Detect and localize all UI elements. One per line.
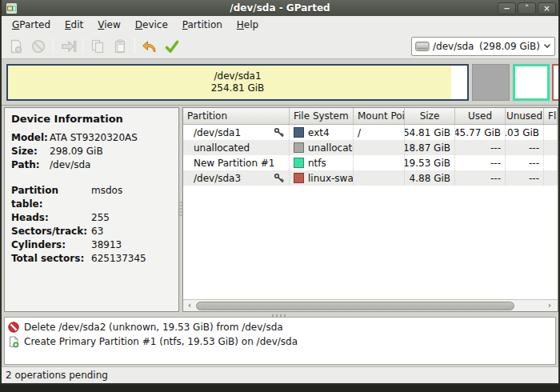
copy-button[interactable]	[86, 36, 109, 57]
unused-value: ---	[506, 155, 544, 170]
gparted-window: /dev/sda - GParted − ˄ × GParted Edit Vi…	[0, 0, 560, 385]
disk-segment-unallocated[interactable]	[472, 64, 510, 101]
fs-color-swatch	[294, 142, 304, 153]
info-value: /dev/sda	[50, 158, 90, 172]
scrollbar-thumb[interactable]	[196, 302, 514, 310]
new-partition-button[interactable]	[5, 36, 27, 57]
segment-size: 254.81 GiB	[211, 82, 265, 94]
scroll-right-arrow[interactable]: ›	[543, 300, 556, 311]
chevron-down-icon	[543, 43, 551, 49]
horizontal-scrollbar[interactable]: ‹ ›	[183, 299, 558, 311]
toolbar-separator	[53, 38, 54, 54]
size-value: 254.81 GiB	[405, 125, 455, 140]
operation-text: Create Primary Partition #1 (ntfs, 19.53…	[24, 336, 298, 347]
fs-color-swatch	[294, 127, 304, 138]
toolbar: /dev/sda (298.09 GiB)	[2, 34, 558, 59]
menu-edit[interactable]: Edit	[58, 17, 90, 33]
info-value: 625137345	[91, 252, 146, 266]
flags-value	[544, 140, 558, 155]
info-label: Model:	[11, 131, 50, 145]
unused-value: ---	[506, 140, 544, 155]
info-value: 63	[91, 225, 103, 238]
unused-value: ---	[506, 170, 544, 186]
device-info-panel: Device Information Model:ATA ST9320320AS…	[4, 107, 179, 312]
undo-button[interactable]	[138, 36, 161, 57]
key-icon	[274, 127, 285, 138]
title-bar: /dev/sda - GParted − ˄ ×	[2, 0, 558, 16]
table-row-sda1[interactable]: /dev/sda1 ext4 / 254.81 GiB 245.77 GiB 9…	[183, 125, 558, 140]
operation-item-create[interactable]: Create Primary Partition #1 (ntfs, 19.53…	[8, 334, 552, 349]
fs-label: unallocated	[308, 142, 354, 154]
key-icon	[274, 173, 285, 184]
disk-segment-new-partition[interactable]	[513, 64, 550, 101]
column-header-flags[interactable]: Flags	[544, 108, 558, 124]
info-label: Sectors/track:	[11, 225, 91, 238]
scroll-left-arrow[interactable]: ‹	[183, 300, 196, 311]
disk-segment-sda1[interactable]: /dev/sda1 254.81 GiB	[6, 64, 469, 101]
operation-text: Delete /dev/sda2 (unknown, 19.53 GiB) fr…	[24, 322, 283, 333]
paste-button[interactable]	[109, 36, 131, 57]
fs-label: linux-swap	[308, 173, 354, 184]
partition-name: unallocated	[187, 142, 285, 154]
menu-gparted[interactable]: GParted	[5, 17, 58, 33]
menu-view[interactable]: View	[90, 17, 127, 33]
minimize-button[interactable]: −	[498, 2, 516, 14]
delete-partition-icon	[30, 38, 46, 54]
info-value: ATA ST9320320AS	[50, 131, 138, 145]
column-header-mount-point[interactable]: Mount Point	[354, 108, 405, 124]
mount-point: /	[354, 125, 405, 140]
undo-icon	[141, 38, 158, 54]
window-title: /dev/sda - GParted	[2, 2, 558, 14]
new-partition-icon	[8, 38, 24, 54]
flags-value	[544, 170, 558, 186]
unused-value: 9.03 GiB	[506, 125, 544, 140]
table-row-new-partition[interactable]: New Partition #1 ntfs 19.53 GiB --- ---	[183, 155, 558, 170]
size-value: 18.87 GiB	[405, 140, 455, 155]
status-bar: 2 operations pending	[2, 366, 558, 383]
column-header-size[interactable]: Size	[405, 108, 455, 124]
size-value: 4.88 GiB	[405, 170, 455, 186]
info-label: Path:	[11, 158, 50, 172]
apply-button[interactable]	[161, 36, 183, 57]
column-header-used[interactable]: Used	[455, 108, 506, 124]
info-label: Cylinders:	[11, 238, 91, 252]
main-area: Device Information Model:ATA ST9320320AS…	[2, 106, 558, 314]
table-row-unallocated[interactable]: unallocated unallocated 18.87 GiB --- --…	[183, 140, 558, 155]
partition-name: /dev/sda3	[187, 173, 272, 184]
mount-point	[354, 155, 405, 170]
maximize-button[interactable]: ˄	[518, 2, 536, 14]
info-label: Partition table:	[11, 184, 91, 211]
partition-name: New Partition #1	[187, 158, 285, 169]
menu-bar: GParted Edit View Device Partition Help	[2, 16, 558, 34]
copy-icon	[90, 38, 106, 54]
column-header-file-system[interactable]: File System	[290, 108, 354, 124]
menu-partition[interactable]: Partition	[175, 17, 230, 33]
used-value: ---	[455, 170, 506, 186]
info-value: 298.09 GiB	[50, 145, 103, 158]
flags-value	[544, 155, 558, 170]
splitter-grip	[179, 202, 182, 218]
device-selector-capacity: (298.09 GiB)	[479, 41, 540, 52]
disk-segment-sda3[interactable]	[552, 64, 558, 101]
device-info-title: Device Information	[11, 113, 172, 125]
info-value: 38913	[91, 238, 122, 252]
segment-name: /dev/sda1	[214, 70, 261, 82]
menu-device[interactable]: Device	[128, 17, 175, 33]
partition-table-header: Partition File System Mount Point Size U…	[183, 108, 558, 125]
fs-color-swatch	[294, 158, 304, 168]
splitter-grip	[272, 314, 288, 317]
info-value: msdos	[91, 184, 122, 211]
device-selector[interactable]: /dev/sda (298.09 GiB)	[411, 37, 555, 56]
panel-splitter[interactable]	[179, 107, 182, 312]
column-header-unused[interactable]: Unused	[506, 108, 544, 124]
resize-move-button[interactable]	[57, 36, 79, 57]
close-button[interactable]: ×	[538, 2, 556, 14]
operation-item-delete[interactable]: Delete /dev/sda2 (unknown, 19.53 GiB) fr…	[8, 320, 552, 334]
table-row-sda3[interactable]: /dev/sda3 linux-swap 4.88 GiB --- ---	[183, 170, 558, 186]
status-text: 2 operations pending	[6, 370, 108, 381]
flags-value	[544, 125, 558, 140]
size-value: 19.53 GiB	[405, 155, 455, 170]
delete-partition-button[interactable]	[27, 36, 50, 57]
column-header-partition[interactable]: Partition	[183, 108, 290, 124]
menu-help[interactable]: Help	[230, 17, 266, 33]
